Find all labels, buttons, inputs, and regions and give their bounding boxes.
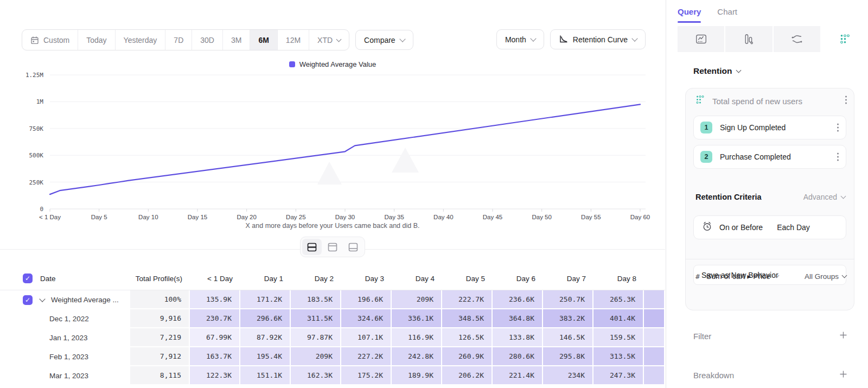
retention-value-cell[interactable]: 116.9K [392, 328, 442, 347]
chevron-down-icon [336, 36, 342, 42]
criteria-timing-card[interactable]: On or Before Each Day [693, 215, 846, 239]
retention-value-cell[interactable]: 260.9K [442, 347, 493, 366]
table-row: Mar 1, 20238,115122.3K151.1K162.3K175.2K… [0, 366, 665, 385]
criteria-condition[interactable]: On or Before [719, 223, 763, 232]
add-breakdown-button[interactable] [839, 370, 847, 380]
date-range-7d[interactable]: 7D [165, 30, 192, 50]
retention-value-cell[interactable]: 195.4K [240, 347, 291, 366]
retention-value-cell[interactable]: 383.2K [543, 309, 593, 328]
date-range-30d[interactable]: 30D [192, 30, 222, 50]
date-range-label: 12M [286, 36, 301, 44]
retention-value-cell[interactable]: 311.5K [291, 309, 341, 328]
retention-value-cell[interactable]: 227.2K [341, 347, 392, 366]
date-range-xtd[interactable]: XTD [309, 30, 349, 50]
retention-value-cell[interactable]: 348.5K [442, 309, 493, 328]
retention-value-cell[interactable]: 336.1K [392, 309, 442, 328]
retention-value-cell[interactable]: 107.1K [341, 328, 392, 347]
retention-value-cell[interactable]: 364.8K [493, 309, 543, 328]
retention-value-cell[interactable]: 296.6K [240, 309, 291, 328]
advanced-dropdown[interactable]: Advanced [803, 193, 845, 201]
report-tab-flows[interactable] [774, 26, 821, 52]
retention-value-cell[interactable]: 97.87K [291, 328, 341, 347]
select-all-checkbox[interactable]: ✓ [23, 273, 33, 283]
kebab-menu-icon[interactable] [845, 95, 847, 107]
date-range-3m[interactable]: 3M [222, 30, 250, 50]
retention-value-cell[interactable]: 162.3K [291, 366, 341, 385]
panel-tab-query[interactable]: Query [678, 0, 701, 23]
retention-value-cell[interactable]: 230.7K [190, 309, 240, 328]
groups-dropdown[interactable]: All Groups [805, 272, 846, 281]
date-range-custom[interactable]: Custom [22, 30, 78, 50]
retention-value-cell[interactable]: 196.6K [341, 290, 392, 309]
section-title-retention[interactable]: Retention [693, 66, 741, 76]
retention-value-cell[interactable]: 133.8K [493, 328, 543, 347]
retention-value-cell[interactable]: 171.2K [240, 290, 291, 309]
retention-line-chart[interactable]: 0250K500K750K1M1.25M< 1 DayDay 5Day 10Da… [0, 57, 665, 222]
y-axis-tick-label: 750K [29, 125, 44, 132]
retention-value-cell[interactable]: 242.8K [392, 347, 442, 366]
retention-value-cell[interactable]: 135.9K [190, 290, 240, 309]
add-filter-button[interactable] [839, 331, 847, 341]
measurement-property-dropdown[interactable]: Sum of cart ▸ Price [706, 272, 778, 281]
retention-value-cell[interactable]: 126.5K [442, 328, 493, 347]
chart-type-button[interactable]: Retention Curve [550, 29, 646, 49]
retention-value-cell[interactable]: 209K [291, 347, 341, 366]
retention-value-cell[interactable]: 67.99K [190, 328, 240, 347]
y-axis-tick-label: 0 [40, 206, 43, 213]
retention-value-cell[interactable]: 221.4K [493, 366, 543, 385]
retention-value-cell[interactable]: 163.7K [190, 347, 240, 366]
retention-value-cell[interactable]: 295.8K [543, 347, 593, 366]
retention-value-cell[interactable]: 183.5K [291, 290, 341, 309]
layout-toggle-split-view[interactable] [302, 239, 322, 255]
retention-value-cell[interactable]: 175.2K [341, 366, 392, 385]
retention-value-cell[interactable]: 401.4K [593, 309, 644, 328]
date-range-label: 30D [200, 36, 214, 44]
retention-value-cell[interactable]: 247.3K [593, 366, 644, 385]
behavior-step-2[interactable]: 2Purchase Completed [693, 145, 846, 169]
retention-value-cell[interactable]: 313.5K [593, 347, 644, 366]
granularity-button[interactable]: Month [496, 29, 544, 49]
retention-value-cell[interactable]: 280.6K [493, 347, 543, 366]
row-label-cell: Dec 1, 2022 [0, 309, 130, 328]
total-profiles-cell: 100% [130, 290, 190, 309]
layout-toggle-bottom-panel-view[interactable] [343, 239, 363, 255]
calendar-icon [30, 36, 39, 44]
row-checkbox[interactable]: ✓ [23, 295, 33, 305]
expand-chevron-icon[interactable] [39, 296, 45, 302]
retention-value-cell[interactable]: 222.7K [442, 290, 493, 309]
report-tab-funnels[interactable] [725, 26, 773, 52]
weighted-average-line[interactable] [50, 104, 640, 194]
kebab-menu-icon[interactable] [837, 152, 839, 162]
retention-value-cell[interactable]: 265.3K [593, 290, 644, 309]
panel-tabs: QueryChart [678, 0, 737, 23]
date-range-6m[interactable]: 6M [250, 30, 277, 50]
retention-value-cell[interactable]: 159.5K [593, 328, 644, 347]
retention-value-cell[interactable]: 146.5K [543, 328, 593, 347]
retention-value-cell[interactable]: 206.2K [442, 366, 493, 385]
step-event-label: Purchase Completed [720, 152, 829, 161]
date-range-yesterday[interactable]: Yesterday [115, 30, 165, 50]
retention-value-cell[interactable]: 234K [543, 366, 593, 385]
retention-value-cell[interactable]: 250.7K [543, 290, 593, 309]
retention-value-cell[interactable]: 324.6K [341, 309, 392, 328]
report-tab-insights[interactable] [678, 26, 725, 52]
retention-table: ✓DateTotal Profile(s)< 1 DayDay 1Day 2Da… [0, 267, 665, 385]
retention-value-cell[interactable]: 87.92K [240, 328, 291, 347]
kebab-menu-icon[interactable] [837, 123, 839, 132]
compare-button[interactable]: Compare [355, 30, 413, 50]
retention-value-cell[interactable]: 122.3K [190, 366, 240, 385]
y-axis-tick-label: 500K [29, 152, 44, 159]
criteria-unit[interactable]: Each Day [777, 223, 810, 232]
panel-tab-chart[interactable]: Chart [717, 0, 737, 23]
retention-value-cell[interactable]: 236.6K [493, 290, 543, 309]
retention-value-cell[interactable]: 209K [392, 290, 442, 309]
date-range-12m[interactable]: 12M [277, 30, 309, 50]
behavior-step-1[interactable]: 1Sign Up Completed [693, 116, 846, 139]
report-tab-retention[interactable] [821, 26, 868, 52]
retention-value-cell[interactable]: 151.1K [240, 366, 291, 385]
layout-toggle-top-panel-view[interactable] [323, 239, 342, 255]
date-range-today[interactable]: Today [78, 30, 114, 50]
retention-criteria-row: Retention Criteria Advanced [695, 193, 845, 201]
row-label: Feb 1, 2023 [49, 353, 88, 361]
retention-value-cell[interactable]: 189.9K [392, 366, 442, 385]
